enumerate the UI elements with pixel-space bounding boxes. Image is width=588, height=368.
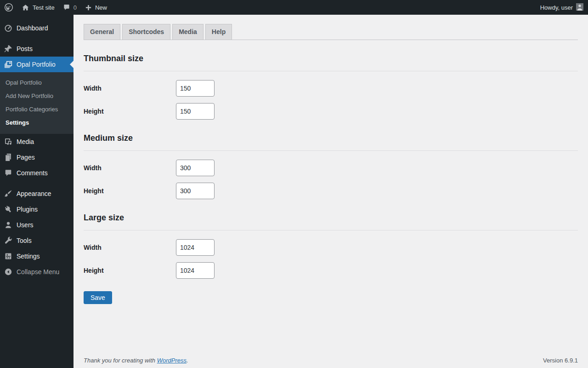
media-icon [4,137,13,146]
new-content-link[interactable]: New [81,0,111,15]
collapse-menu-button[interactable]: Collapse Menu [0,264,74,280]
settings-page: General Shortcodes Media Help Thumbnail … [74,15,588,368]
admin-bar: Test site 0 New Howdy, user [0,0,588,15]
howdy-text: Howdy, user [540,4,573,11]
sidebar-item-settings[interactable]: Settings [0,248,74,264]
sidebar-item-label: Tools [17,237,32,244]
sidebar-item-users[interactable]: Users [0,217,74,233]
sidebar-item-label: Plugins [17,206,38,213]
comments-icon [4,168,13,178]
menu-separator [0,36,74,41]
field-row-thumbnail-width: Width [84,80,578,97]
footer-thanks: Thank you for creating with WordPress. [84,357,188,364]
portfolio-gallery-icon [4,60,13,69]
collapse-arrow-icon [4,267,13,276]
site-name-link[interactable]: Test site [17,0,59,15]
field-label: Width [84,244,176,251]
avatar [576,3,583,12]
field-row-thumbnail-height: Height [84,103,578,120]
sidebar-item-media[interactable]: Media [0,134,74,150]
submenu-item-portfolio-categories[interactable]: Portfolio Categories [0,103,74,116]
tab-help[interactable]: Help [205,24,232,40]
sidebar-item-comments[interactable]: Comments [0,165,74,181]
menu-separator [0,181,74,186]
sidebar-item-dashboard[interactable]: Dashboard [0,20,74,36]
home-icon [22,4,29,12]
nav-tabs: General Shortcodes Media Help [84,15,578,40]
sidebar-item-label: Media [17,138,34,145]
medium-height-input[interactable] [176,183,215,199]
comments-adminbar-link[interactable]: 0 [59,0,81,15]
sidebar-item-posts[interactable]: Posts [0,41,74,57]
tab-general[interactable]: General [84,24,120,40]
save-button[interactable]: Save [84,291,112,304]
site-name: Test site [33,4,55,11]
dashboard-icon [4,23,13,33]
admin-footer: Thank you for creating with WordPress. V… [84,357,578,364]
field-label: Height [84,187,176,195]
submenu-item-opal-portfolio[interactable]: Opal Portfolio [0,76,74,89]
field-label: Height [84,267,176,274]
pages-icon [4,153,13,162]
section-divider [84,150,578,151]
sidebar-item-plugins[interactable]: Plugins [0,201,74,217]
sidebar-item-tools[interactable]: Tools [0,233,74,248]
sidebar-item-pages[interactable]: Pages [0,150,74,165]
field-row-medium-width: Width [84,160,578,176]
admin-bar-left: Test site 0 New [0,0,111,15]
sidebar-item-label: Posts [17,45,33,52]
sidebar-item-label: Settings [17,253,40,260]
medium-width-input[interactable] [176,160,215,176]
wordpress-logo-icon [4,3,13,12]
section-title-thumbnail-size: Thumbnail size [84,54,578,63]
section-title-large-size: Large size [84,213,578,223]
admin-sidebar: Dashboard Posts Opal Portfolio Opal Port… [0,15,74,368]
tab-shortcodes[interactable]: Shortcodes [122,24,170,40]
paintbrush-icon [4,189,13,198]
active-menu-arrow [70,61,74,68]
field-label: Height [84,108,176,115]
wordpress-logo-menu[interactable] [0,0,17,15]
field-row-large-width: Width [84,239,578,256]
large-height-input[interactable] [176,262,215,279]
submenu-item-add-new-portfolio[interactable]: Add New Portfolio [0,89,74,103]
account-menu[interactable]: Howdy, user [536,0,588,15]
large-width-input[interactable] [176,239,215,256]
section-divider [84,230,578,230]
version-text: Version 6.9.1 [543,357,578,364]
user-icon [4,220,13,230]
thumbnail-height-input[interactable] [176,103,215,120]
sidebar-item-label: Users [17,221,34,229]
new-label: New [95,4,107,11]
section-divider [84,71,578,71]
opal-portfolio-submenu: Opal Portfolio Add New Portfolio Portfol… [0,72,74,134]
field-row-medium-height: Height [84,183,578,199]
comment-bubble-icon [63,4,70,11]
plugin-icon [4,205,13,214]
settings-sliders-icon [4,252,13,261]
collapse-menu-label: Collapse Menu [17,268,59,276]
comment-count: 0 [74,4,77,11]
submenu-item-settings[interactable]: Settings [0,116,74,129]
thumbnail-width-input[interactable] [176,80,215,97]
sidebar-item-label: Dashboard [17,24,48,32]
wrench-icon [4,236,13,245]
field-label: Width [84,164,176,172]
sidebar-item-label: Opal Portfolio [17,61,56,68]
footer-period: . [187,357,188,364]
field-row-large-height: Height [84,262,578,279]
footer-thanks-text: Thank you for creating with [84,357,155,364]
plus-icon [85,4,92,11]
sidebar-item-label: Pages [17,154,35,161]
field-label: Width [84,85,176,92]
sidebar-item-label: Comments [17,169,48,177]
sidebar-item-label: Appearance [17,190,51,197]
wordpress-link[interactable]: WordPress [157,357,187,364]
sidebar-item-appearance[interactable]: Appearance [0,186,74,201]
sidebar-item-opal-portfolio[interactable]: Opal Portfolio [0,57,74,72]
tab-media[interactable]: Media [172,24,204,40]
section-title-medium-size: Medium size [84,133,578,143]
pushpin-icon [4,44,13,53]
